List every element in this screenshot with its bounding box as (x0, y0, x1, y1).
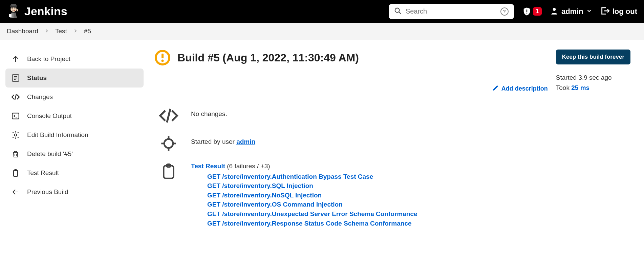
failure-link[interactable]: GET /store/inventory.OS Command Injectio… (207, 200, 630, 209)
started-by-user-link[interactable]: admin (236, 138, 255, 145)
logout-button[interactable]: log out (600, 6, 637, 17)
svg-point-21 (162, 60, 164, 62)
sidebar-item-console[interactable]: Console Output (5, 107, 144, 126)
test-result-summary: (6 failures / +3) (227, 162, 270, 170)
main-left: Build #5 (Aug 1, 2022, 11:30:49 AM) Add … (154, 50, 556, 93)
sidebar-item-label: Edit Build Information (27, 131, 88, 139)
svg-rect-20 (162, 54, 164, 58)
header-logo[interactable]: Jenkins (7, 4, 67, 19)
no-changes-text: No changes. (191, 105, 630, 118)
header-right: 1 admin log out (522, 6, 637, 17)
main: Build #5 (Aug 1, 2022, 11:30:49 AM) Add … (149, 40, 644, 249)
chevron-right-icon (44, 27, 49, 35)
svg-point-3 (12, 8, 13, 9)
app-name: Jenkins (24, 5, 67, 18)
svg-point-6 (395, 8, 400, 12)
breadcrumb-item[interactable]: Test (55, 27, 67, 35)
failure-link[interactable]: GET /store/inventory.Authentication Bypa… (207, 172, 630, 181)
test-result-body: Test Result (6 failures / +3) GET /store… (191, 161, 630, 228)
user-icon (550, 6, 559, 17)
help-icon[interactable]: ? (500, 7, 509, 16)
sidebar-item-edit[interactable]: Edit Build Information (5, 126, 144, 144)
svg-rect-2 (11, 4, 16, 6)
meta-took-link[interactable]: 25 ms (571, 84, 589, 91)
user-name-label: admin (561, 7, 583, 16)
breadcrumb: Dashboard Test #5 (0, 23, 644, 40)
meta-took-prefix: Took (556, 84, 571, 91)
started-by-text: Started by user admin (191, 133, 630, 146)
chevron-right-icon (73, 27, 78, 35)
keep-build-button[interactable]: Keep this build forever (556, 50, 630, 64)
chevron-down-icon (586, 8, 592, 15)
main-top: Build #5 (Aug 1, 2022, 11:30:49 AM) Add … (154, 50, 630, 93)
target-icon (158, 133, 179, 154)
build-meta: Started 3.9 sec ago Took 25 ms (556, 73, 630, 93)
title-row: Build #5 (Aug 1, 2022, 11:30:49 AM) (154, 50, 556, 66)
changes-row: No changes. (154, 105, 630, 126)
header: Jenkins ? 1 (0, 0, 644, 23)
meta-took: Took 25 ms (556, 83, 630, 93)
sidebar-item-previous[interactable]: Previous Build (5, 182, 144, 201)
meta-started: Started 3.9 sec ago (556, 73, 630, 83)
svg-point-4 (15, 8, 16, 9)
add-description-row: Add description (154, 85, 556, 93)
svg-point-16 (15, 134, 17, 136)
svg-rect-8 (527, 9, 527, 12)
failure-link[interactable]: GET /store/inventory.NoSQL Injection (207, 191, 630, 200)
gear-icon (11, 130, 20, 140)
search-box[interactable]: ? (389, 4, 514, 19)
sidebar-item-label: Delete build ‘#5’ (27, 150, 73, 158)
alert-group[interactable]: 1 (522, 7, 542, 16)
sidebar-item-testresult[interactable]: Test Result (5, 163, 144, 182)
sidebar-item-label: Test Result (27, 169, 59, 177)
main-right: Keep this build forever Started 3.9 sec … (556, 50, 630, 93)
svg-rect-5 (9, 14, 12, 17)
sidebar-item-label: Back to Project (27, 55, 70, 63)
failure-link[interactable]: GET /store/inventory.Response Status Cod… (207, 219, 630, 228)
svg-rect-15 (12, 113, 19, 119)
sidebar: Back to Project Status Changes Console O… (0, 40, 149, 249)
failure-link[interactable]: GET /store/inventory.SQL Injection (207, 181, 630, 191)
page-title: Build #5 (Aug 1, 2022, 11:30:49 AM) (177, 52, 359, 64)
user-menu[interactable]: admin (550, 6, 592, 17)
test-result-row: Test Result (6 failures / +3) GET /store… (154, 161, 630, 228)
svg-point-22 (164, 139, 173, 148)
breadcrumb-item[interactable]: Dashboard (7, 27, 38, 35)
clipboard-icon (11, 168, 20, 178)
sidebar-item-label: Console Output (27, 112, 72, 120)
started-by-prefix: Started by user (191, 138, 236, 145)
add-description-button[interactable]: Add description (493, 85, 548, 93)
search-icon (394, 7, 402, 16)
sidebar-item-label: Changes (27, 93, 53, 101)
layout: Back to Project Status Changes Console O… (0, 40, 644, 249)
arrow-left-icon (11, 187, 20, 197)
failures-list: GET /store/inventory.Authentication Bypa… (207, 172, 630, 228)
status-icon (11, 73, 20, 83)
svg-rect-9 (527, 13, 527, 13)
content-rows: No changes. Started by user admin Test R… (154, 105, 630, 228)
logout-label: log out (613, 7, 637, 16)
svg-line-7 (399, 12, 401, 14)
sidebar-item-label: Previous Build (27, 188, 68, 196)
code-icon (158, 105, 179, 126)
cause-row: Started by user admin (154, 133, 630, 154)
svg-point-10 (553, 8, 556, 11)
pencil-icon (493, 85, 499, 93)
test-result-link[interactable]: Test Result (191, 162, 225, 170)
search-input[interactable] (406, 7, 496, 15)
sidebar-item-status[interactable]: Status (5, 69, 144, 88)
arrow-up-icon (11, 54, 20, 64)
code-icon (11, 92, 20, 102)
breadcrumb-item[interactable]: #5 (84, 27, 91, 35)
build-status-unstable-icon (154, 50, 171, 66)
jenkins-logo-icon (7, 4, 20, 19)
sidebar-item-changes[interactable]: Changes (5, 88, 144, 107)
terminal-icon (11, 111, 20, 121)
clipboard-icon (158, 161, 179, 181)
add-description-label: Add description (501, 85, 548, 92)
shield-icon (522, 7, 532, 16)
failure-link[interactable]: GET /store/inventory.Unexpected Server E… (207, 209, 630, 219)
sidebar-item-back[interactable]: Back to Project (5, 50, 144, 69)
sidebar-item-delete[interactable]: Delete build ‘#5’ (5, 144, 144, 163)
alert-badge: 1 (533, 7, 542, 16)
